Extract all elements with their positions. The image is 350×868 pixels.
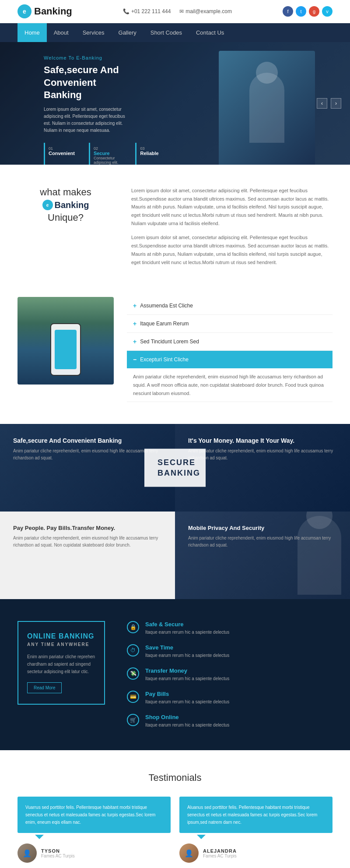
header-contact: 📞 +01 222 111 444 ✉ mail@example.com <box>123 8 232 14</box>
secure-badge: SECUREBANKING <box>144 449 206 487</box>
unique-logo: e Banking <box>18 200 114 210</box>
unique-right: Lorem ipsum dolor sit amet, consectetur … <box>131 187 332 266</box>
hero-features: 01 Convenient 02 Secure Consectetur adip… <box>44 143 131 165</box>
online-features: 🔒 Safe & Secure Itaque earum rerum hic a… <box>127 621 332 728</box>
accordion-content-3: Anim pariatur cliche reprehenderit, enim… <box>127 368 332 402</box>
clock-icon: ⏱ <box>127 644 139 656</box>
testimonial-arrow-0 <box>35 835 44 839</box>
accordion-plus-3: − <box>133 356 136 363</box>
logo-icon: e <box>18 4 32 18</box>
logo[interactable]: e Banking <box>18 4 72 18</box>
banner-bottom-left-title: Pay People. Pay Bills.Transfer Money. <box>13 525 162 531</box>
nav-shortcodes[interactable]: Short Codes <box>144 23 189 42</box>
testimonial-0: Vuarrus sed porttitor felis. Pellentesqu… <box>18 797 171 863</box>
banner-bottom-right-content: Mobile Privacy And Security Anim pariatu… <box>188 525 337 549</box>
accordion-plus-2: + <box>133 338 136 345</box>
feature-safe-text: Safe & Secure Itaque earum rerum hic a s… <box>145 621 229 635</box>
twitter-icon[interactable]: t <box>296 6 306 17</box>
main-nav: Home About Services Gallery Short Codes … <box>0 23 350 42</box>
accordion-header-3[interactable]: − Excepturi Sint Cliche <box>127 351 332 368</box>
banner-bottom-right-text: Anim pariatur cliche reprehenderit, enim… <box>188 535 337 549</box>
unique-logo-text: Banking <box>55 200 89 210</box>
banner-bottom-right-title: Mobile Privacy And Security <box>188 525 337 531</box>
hero-tag: Welcome To E-Banking <box>44 55 131 60</box>
author-info-alejandra: ALEJANDRA Fames AC Turpis <box>203 848 237 858</box>
accordion-item-3[interactable]: − Excepturi Sint Cliche Anim pariatur cl… <box>127 351 332 402</box>
accordion-item-2[interactable]: + Sed Tincidunt Lorem Sed <box>127 333 332 351</box>
banner-bottom-right: Mobile Privacy And Security Anim pariatu… <box>175 512 350 599</box>
hero-arrows: ‹ › <box>317 98 341 109</box>
credit-card-icon: 💳 <box>127 691 139 703</box>
online-subtitle: ANY TIME ANYWHERE <box>27 642 95 647</box>
accordion-item-1[interactable]: + Itaque Earum Rerum <box>127 315 332 333</box>
read-more-button[interactable]: Read More <box>27 682 62 693</box>
unique-section: what makes e Banking Unique? Lorem ipsum… <box>0 165 350 288</box>
testimonial-card-1: Aluanus sed porttitor felis. Pellentesqu… <box>179 797 332 833</box>
feature-safe-secure: 🔒 Safe & Secure Itaque earum rerum hic a… <box>127 621 332 635</box>
online-banking-section: ONLINE BANKING ANY TIME ANYWHERE Enim an… <box>0 599 350 750</box>
hero-content: Welcome To E-Banking Safe,secure And Con… <box>0 42 175 165</box>
cart-icon: 🛒 <box>127 714 139 726</box>
banner-right-content: It's Your Money. Manage It Your Way. Ani… <box>188 437 337 462</box>
hero-person-bg <box>219 51 315 165</box>
feature-savetime-text: Save Time Itaque earum rerum hic a sapie… <box>145 644 229 659</box>
unique-left: what makes e Banking Unique? <box>18 187 114 223</box>
nav-gallery[interactable]: Gallery <box>112 23 144 42</box>
accordion-plus-0: + <box>133 302 136 309</box>
banner-container: Safe,secure And Convenient Banking Anim … <box>0 424 350 512</box>
avatar-alejandra-img: 👤 <box>179 843 199 863</box>
transfer-icon: 💸 <box>127 667 139 680</box>
hero-section: Welcome To E-Banking Safe,secure And Con… <box>0 42 350 165</box>
hero-person-image <box>219 51 315 165</box>
testimonial-arrow-1 <box>197 835 206 839</box>
banner-left-content: Safe,secure And Convenient Banking Anim … <box>13 437 162 462</box>
accordion-header-1[interactable]: + Itaque Earum Rerum <box>127 315 332 332</box>
hero-title: Safe,secure And Convenient Banking <box>44 64 131 102</box>
avatar-alejandra: 👤 <box>179 843 199 863</box>
banner-bottom-left-content: Pay People. Pay Bills.Transfer Money. An… <box>13 525 162 549</box>
testimonial-card-0: Vuarrus sed porttitor felis. Pellentesqu… <box>18 797 171 833</box>
testimonials-title: Testimonials <box>18 772 332 783</box>
accordion-plus-1: + <box>133 320 136 327</box>
header: e Banking 📞 +01 222 111 444 ✉ mail@examp… <box>0 0 350 23</box>
hero-next-button[interactable]: › <box>331 98 341 109</box>
features-section: + Assumenda Est Cliche + Itaque Earum Re… <box>0 288 350 424</box>
unique-para2: Lorem ipsum dolor sit amet, consectetur … <box>131 233 332 266</box>
facebook-icon[interactable]: f <box>283 6 293 17</box>
phone-icon: 📞 <box>123 8 130 14</box>
online-title: ONLINE BANKING <box>27 632 95 640</box>
accordion-item-0[interactable]: + Assumenda Est Cliche <box>127 297 332 315</box>
feature-shop-online: 🛒 Shop Online Itaque earum rerum hic a s… <box>127 714 332 728</box>
unique-para1: Lorem ipsum dolor sit amet, consectetur … <box>131 187 332 227</box>
accordion: + Assumenda Est Cliche + Itaque Earum Re… <box>127 297 332 402</box>
social-links: f t g v <box>283 6 332 17</box>
accordion-header-2[interactable]: + Sed Tincidunt Lorem Sed <box>127 333 332 350</box>
banner-left-text: Anim pariatur cliche reprehenderit, enim… <box>13 448 162 462</box>
banner-left-title: Safe,secure And Convenient Banking <box>13 437 162 444</box>
nav-services[interactable]: Services <box>76 23 112 42</box>
lock-icon: 🔒 <box>127 621 139 633</box>
unique-heading1: what makes <box>18 187 114 198</box>
email-icon: ✉ <box>179 8 184 14</box>
feature-shoponline-text: Shop Online Itaque earum rerum hic a sap… <box>145 714 229 728</box>
nav-contact[interactable]: Contact Us <box>189 23 231 42</box>
hero-prev-button[interactable]: ‹ <box>317 98 327 109</box>
nav-home[interactable]: Home <box>18 23 47 42</box>
email-info: ✉ mail@example.com <box>179 8 232 14</box>
vimeo-icon[interactable]: v <box>322 6 332 17</box>
feature-paybills-text: Pay Bills Itaque earum rerum hic a sapie… <box>145 691 229 705</box>
hero-feature-reliable: 03 Reliable <box>135 143 165 165</box>
hero-feature-convenient: 01 Convenient <box>44 143 82 165</box>
feature-save-time: ⏱ Save Time Itaque earum rerum hic a sap… <box>127 644 332 659</box>
author-info-tyson: TYSON Fames AC Turpis <box>41 848 75 858</box>
online-box: ONLINE BANKING ANY TIME ANYWHERE Enim an… <box>18 621 105 705</box>
testimonial-author-0: 👤 TYSON Fames AC Turpis <box>18 843 171 863</box>
googleplus-icon[interactable]: g <box>309 6 319 17</box>
nav-about[interactable]: About <box>47 23 76 42</box>
testimonials-section: Testimonials Vuarrus sed porttitor felis… <box>0 750 350 868</box>
unique-heading2: Unique? <box>18 212 114 223</box>
accordion-header-0[interactable]: + Assumenda Est Cliche <box>127 297 332 314</box>
hero-feature-secure: 02 Secure Consectetur adipiscing elit. N… <box>89 143 129 165</box>
testimonials-grid: Vuarrus sed porttitor felis. Pellentesqu… <box>18 797 332 868</box>
features-image-inner <box>18 297 114 385</box>
